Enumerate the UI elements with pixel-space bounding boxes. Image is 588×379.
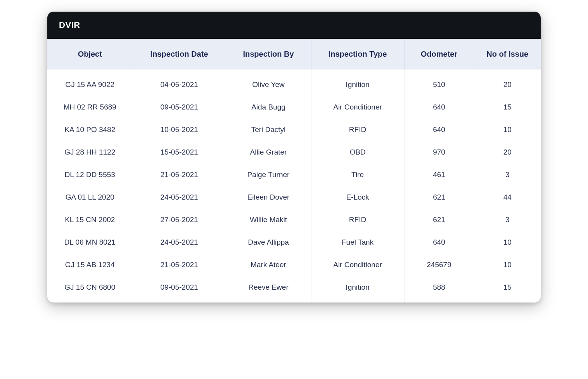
table-row[interactable]: DL 12 DD 555321-05-2021Paige TurnerTire4… — [47, 163, 541, 186]
cell-inspection-date: 15-05-2021 — [133, 141, 226, 163]
cell-no-of-issue: 3 — [474, 163, 541, 186]
cell-inspection-by: Allie Grater — [226, 141, 311, 163]
cell-no-of-issue: 44 — [474, 186, 541, 209]
cell-inspection-date: 04-05-2021 — [133, 70, 226, 96]
cell-inspection-type: Air Conditioner — [311, 96, 404, 118]
cell-no-of-issue: 10 — [474, 118, 541, 141]
table-header-row: Object Inspection Date Inspection By Ins… — [47, 39, 541, 70]
col-header-inspection-type[interactable]: Inspection Type — [311, 39, 404, 70]
cell-odometer: 245679 — [404, 254, 474, 276]
table-row[interactable]: DL 06 MN 802124-05-2021Dave AllippaFuel … — [47, 231, 541, 254]
cell-inspection-by: Willie Makit — [226, 209, 311, 231]
cell-odometer: 640 — [404, 118, 474, 141]
table-head: Object Inspection Date Inspection By Ins… — [47, 39, 541, 70]
cell-no-of-issue: 10 — [474, 231, 541, 254]
cell-object: GJ 15 AB 1234 — [47, 254, 133, 276]
table-row[interactable]: MH 02 RR 568909-05-2021Aida BuggAir Cond… — [47, 96, 541, 118]
cell-inspection-by: Paige Turner — [226, 163, 311, 186]
cell-inspection-date: 09-05-2021 — [133, 96, 226, 118]
cell-inspection-by: Dave Allippa — [226, 231, 311, 254]
cell-inspection-date: 10-05-2021 — [133, 118, 226, 141]
cell-inspection-by: Eileen Dover — [226, 186, 311, 209]
cell-no-of-issue: 15 — [474, 96, 541, 118]
cell-no-of-issue: 20 — [474, 70, 541, 96]
cell-inspection-by: Teri Dactyl — [226, 118, 311, 141]
cell-inspection-date: 24-05-2021 — [133, 231, 226, 254]
table-row[interactable]: KL 15 CN 200227-05-2021Willie MakitRFID6… — [47, 209, 541, 231]
cell-object: GJ 28 HH 1122 — [47, 141, 133, 163]
dvir-card: DVIR Object Inspection Date Inspection B… — [47, 12, 541, 303]
cell-inspection-type: E-Lock — [311, 186, 404, 209]
cell-odometer: 640 — [404, 96, 474, 118]
col-header-inspection-by[interactable]: Inspection By — [226, 39, 311, 70]
cell-inspection-date: 24-05-2021 — [133, 186, 226, 209]
cell-object: DL 06 MN 8021 — [47, 231, 133, 254]
table-body: GJ 15 AA 902204-05-2021Olive YewIgnition… — [47, 70, 541, 303]
cell-object: GJ 15 CN 6800 — [47, 276, 133, 303]
cell-inspection-date: 21-05-2021 — [133, 163, 226, 186]
cell-object: GA 01 LL 2020 — [47, 186, 133, 209]
cell-object: MH 02 RR 5689 — [47, 96, 133, 118]
cell-odometer: 970 — [404, 141, 474, 163]
col-header-odometer[interactable]: Odometer — [404, 39, 474, 70]
cell-odometer: 640 — [404, 231, 474, 254]
col-header-inspection-date[interactable]: Inspection Date — [133, 39, 226, 70]
cell-inspection-date: 27-05-2021 — [133, 209, 226, 231]
cell-inspection-type: OBD — [311, 141, 404, 163]
cell-inspection-by: Aida Bugg — [226, 96, 311, 118]
table-row[interactable]: GJ 15 CN 680009-05-2021Reeve EwerIgnitio… — [47, 276, 541, 303]
card-title: DVIR — [59, 20, 80, 30]
cell-inspection-type: RFID — [311, 118, 404, 141]
col-header-no-of-issue[interactable]: No of Issue — [474, 39, 541, 70]
table-container: Object Inspection Date Inspection By Ins… — [47, 39, 541, 303]
table-row[interactable]: GA 01 LL 202024-05-2021Eileen DoverE-Loc… — [47, 186, 541, 209]
cell-inspection-type: Air Conditioner — [311, 254, 404, 276]
cell-object: KL 15 CN 2002 — [47, 209, 133, 231]
table-row[interactable]: GJ 15 AB 123421-05-2021Mark AteerAir Con… — [47, 254, 541, 276]
cell-odometer: 461 — [404, 163, 474, 186]
card-header: DVIR — [47, 12, 541, 39]
dvir-table: Object Inspection Date Inspection By Ins… — [47, 39, 541, 303]
col-header-object[interactable]: Object — [47, 39, 133, 70]
cell-inspection-by: Reeve Ewer — [226, 276, 311, 303]
cell-inspection-by: Mark Ateer — [226, 254, 311, 276]
cell-odometer: 621 — [404, 186, 474, 209]
cell-odometer: 588 — [404, 276, 474, 303]
cell-no-of-issue: 10 — [474, 254, 541, 276]
cell-object: DL 12 DD 5553 — [47, 163, 133, 186]
table-row[interactable]: GJ 28 HH 112215-05-2021Allie GraterOBD97… — [47, 141, 541, 163]
cell-odometer: 621 — [404, 209, 474, 231]
cell-inspection-type: RFID — [311, 209, 404, 231]
cell-object: KA 10 PO 3482 — [47, 118, 133, 141]
cell-no-of-issue: 3 — [474, 209, 541, 231]
cell-inspection-date: 21-05-2021 — [133, 254, 226, 276]
cell-no-of-issue: 20 — [474, 141, 541, 163]
table-row[interactable]: KA 10 PO 348210-05-2021Teri DactylRFID64… — [47, 118, 541, 141]
cell-inspection-type: Ignition — [311, 70, 404, 96]
cell-inspection-type: Tire — [311, 163, 404, 186]
table-row[interactable]: GJ 15 AA 902204-05-2021Olive YewIgnition… — [47, 70, 541, 96]
cell-inspection-type: Ignition — [311, 276, 404, 303]
cell-inspection-type: Fuel Tank — [311, 231, 404, 254]
cell-odometer: 510 — [404, 70, 474, 96]
cell-inspection-by: Olive Yew — [226, 70, 311, 96]
cell-inspection-date: 09-05-2021 — [133, 276, 226, 303]
cell-object: GJ 15 AA 9022 — [47, 70, 133, 96]
cell-no-of-issue: 15 — [474, 276, 541, 303]
